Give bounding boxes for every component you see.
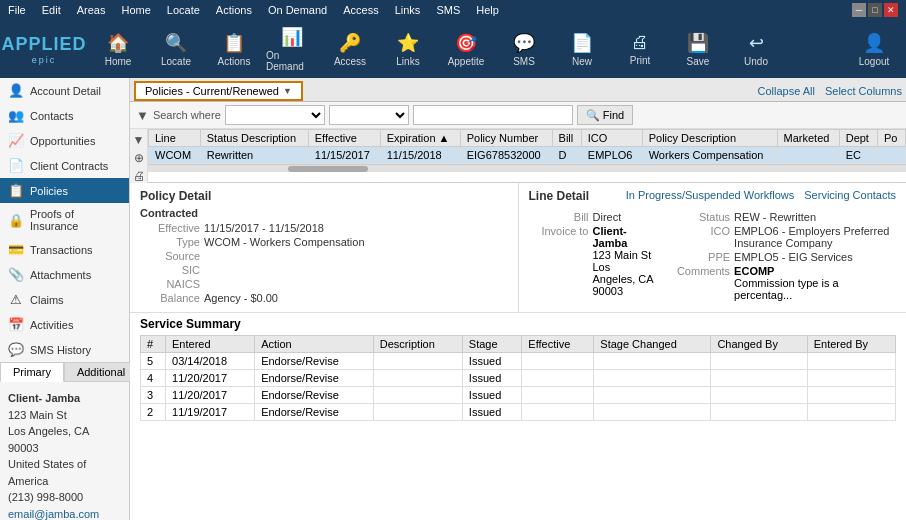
menu-actions[interactable]: Actions: [216, 4, 252, 16]
undo-button[interactable]: ↩ Undo: [728, 23, 784, 75]
cell-entered: 11/20/2017: [166, 387, 255, 404]
grid-scrollbar[interactable]: [148, 164, 906, 172]
menu-file[interactable]: File: [8, 4, 26, 16]
col-action[interactable]: Action: [255, 336, 374, 353]
col-header-ico[interactable]: ICO: [581, 130, 642, 147]
access-button[interactable]: 🔑 Access: [322, 23, 378, 75]
find-button[interactable]: 🔍 Find: [577, 105, 633, 125]
col-header-expiration[interactable]: Expiration ▲: [380, 130, 460, 147]
locate-button[interactable]: 🔍 Locate: [148, 23, 204, 75]
col-num[interactable]: #: [141, 336, 166, 353]
access-icon: 🔑: [339, 32, 361, 54]
cell-marketed: [777, 147, 839, 164]
tab-dropdown-icon[interactable]: ▼: [283, 86, 292, 96]
search-condition-select[interactable]: [329, 105, 409, 125]
menu-links[interactable]: Links: [395, 4, 421, 16]
new-button[interactable]: 📄 New: [554, 23, 610, 75]
table-row[interactable]: WCOM Rewritten 11/15/2017 11/15/2018 EIG…: [149, 147, 906, 164]
servicing-contacts-link[interactable]: Servicing Contacts: [804, 189, 896, 201]
col-changed-by[interactable]: Changed By: [711, 336, 807, 353]
col-stage-changed[interactable]: Stage Changed: [594, 336, 711, 353]
sms-button[interactable]: 💬 SMS: [496, 23, 552, 75]
menu-access[interactable]: Access: [343, 4, 378, 16]
appetite-button[interactable]: 🎯 Appetite: [438, 23, 494, 75]
filter-strip-icon[interactable]: ▼: [133, 133, 145, 147]
table-row[interactable]: 211/19/2017Endorse/ReviseIssued: [141, 404, 896, 421]
col-entered-by[interactable]: Entered By: [807, 336, 895, 353]
table-row[interactable]: 411/20/2017Endorse/ReviseIssued: [141, 370, 896, 387]
print-strip-icon[interactable]: 🖨: [133, 169, 145, 183]
client-contracts-icon: 📄: [8, 158, 24, 173]
col-stage[interactable]: Stage: [462, 336, 521, 353]
logout-button[interactable]: 👤 Logout: [846, 23, 902, 75]
menu-ondemand[interactable]: On Demand: [268, 4, 327, 16]
policy-detail-title: Policy Detail: [140, 189, 508, 203]
col-header-dept[interactable]: Dept: [839, 130, 877, 147]
sidebar-item-proofs[interactable]: 🔒 Proofs of Insurance: [0, 203, 129, 237]
sidebar-item-attachments[interactable]: 📎 Attachments: [0, 262, 129, 287]
menu-home[interactable]: Home: [121, 4, 150, 16]
sidebar-item-activities[interactable]: 📅 Activities: [0, 312, 129, 337]
logo-name: APPLIED: [2, 34, 87, 55]
maximize-button[interactable]: □: [868, 3, 882, 17]
col-header-marketed[interactable]: Marketed: [777, 130, 839, 147]
print-icon: 🖨: [631, 32, 649, 53]
home-button[interactable]: 🏠 Home: [90, 23, 146, 75]
tab-additional[interactable]: Additional: [64, 362, 138, 382]
col-header-effective[interactable]: Effective: [308, 130, 380, 147]
cell-stage_changed: [594, 370, 711, 387]
table-row[interactable]: 311/20/2017Endorse/ReviseIssued: [141, 387, 896, 404]
col-header-policy-number[interactable]: Policy Number: [460, 130, 552, 147]
col-header-policy-description[interactable]: Policy Description: [642, 130, 777, 147]
search-where-select[interactable]: [225, 105, 325, 125]
grid-header-row: Line Status Description Effective Expira…: [149, 130, 906, 147]
sidebar-item-sms-history[interactable]: 💬 SMS History: [0, 337, 129, 362]
col-effective[interactable]: Effective: [522, 336, 594, 353]
sidebar-item-client-contracts[interactable]: 📄 Client Contracts: [0, 153, 129, 178]
search-value-input[interactable]: [413, 105, 573, 125]
ondemand-icon: 📊: [281, 26, 303, 48]
select-columns-button[interactable]: Select Columns: [825, 85, 902, 97]
scroll-thumb[interactable]: [288, 166, 368, 172]
actions-button[interactable]: 📋 Actions: [206, 23, 262, 75]
policies-tab[interactable]: Policies - Current/Renewed ▼: [134, 81, 303, 101]
sidebar-item-opportunities[interactable]: 📈 Opportunities: [0, 128, 129, 153]
col-description[interactable]: Description: [373, 336, 462, 353]
in-progress-link[interactable]: In Progress/Suspended Workflows: [626, 189, 795, 201]
filter-bar: ▼ Search where 🔍 Find: [130, 102, 906, 129]
tab-primary[interactable]: Primary: [0, 362, 64, 382]
ondemand-button[interactable]: 📊 On Demand: [264, 23, 320, 75]
sidebar-item-claims[interactable]: ⚠ Claims: [0, 287, 129, 312]
col-header-status[interactable]: Status Description: [200, 130, 308, 147]
menu-help[interactable]: Help: [476, 4, 499, 16]
sidebar-item-policies[interactable]: 📋 Policies: [0, 178, 129, 203]
links-button[interactable]: ⭐ Links: [380, 23, 436, 75]
col-entered[interactable]: Entered: [166, 336, 255, 353]
close-button[interactable]: ✕: [884, 3, 898, 17]
type-field: Type WCOM - Workers Compensation: [140, 236, 508, 248]
menu-areas[interactable]: Areas: [77, 4, 106, 16]
col-header-po[interactable]: Po: [877, 130, 905, 147]
save-button[interactable]: 💾 Save: [670, 23, 726, 75]
menu-locate[interactable]: Locate: [167, 4, 200, 16]
policies-grid: Line Status Description Effective Expira…: [148, 129, 906, 183]
cell-changed_by: [711, 353, 807, 370]
menu-edit[interactable]: Edit: [42, 4, 61, 16]
col-header-line[interactable]: Line: [149, 130, 201, 147]
client-address: 123 Main St: [8, 407, 121, 424]
table-row[interactable]: 503/14/2018Endorse/ReviseIssued: [141, 353, 896, 370]
invoice-field: Invoice to Client- Jamba 123 Main St Los…: [529, 225, 655, 297]
status-label: Status: [670, 211, 730, 223]
sidebar-item-account-detail[interactable]: 👤 Account Detail: [0, 78, 129, 103]
minimize-button[interactable]: ─: [852, 3, 866, 17]
sidebar-item-transactions[interactable]: 💳 Transactions: [0, 237, 129, 262]
client-city: Los Angeles, CA 90003: [8, 423, 121, 456]
collapse-all-button[interactable]: Collapse All: [757, 85, 822, 97]
ondemand-label: On Demand: [266, 50, 318, 72]
menu-sms[interactable]: SMS: [436, 4, 460, 16]
menu-bar: File Edit Areas Home Locate Actions On D…: [0, 0, 906, 20]
sidebar-item-contacts[interactable]: 👥 Contacts: [0, 103, 129, 128]
print-button[interactable]: 🖨 Print: [612, 23, 668, 75]
add-strip-icon[interactable]: ⊕: [134, 151, 144, 165]
col-header-bill[interactable]: Bill: [552, 130, 581, 147]
